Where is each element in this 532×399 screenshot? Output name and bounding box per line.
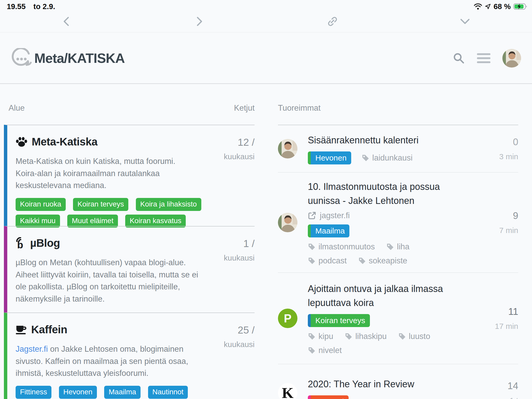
tag-chip[interactable]: Koiran ruoka <box>16 198 66 211</box>
battery-icon <box>513 3 528 10</box>
topic-author-avatar[interactable] <box>278 139 297 158</box>
tag-chip[interactable]: Nautinnot <box>148 386 188 399</box>
column-header-latest: Tuoreimmat <box>278 103 321 113</box>
topic-author-avatar[interactable]: P <box>278 309 297 328</box>
topic-meta: 11 17 min <box>484 306 518 331</box>
topic-author-avatar[interactable] <box>278 213 297 232</box>
reply-count: 11 <box>484 306 518 317</box>
topic-title[interactable]: 2020: The Year in Review <box>308 377 453 391</box>
column-header-area: Alue <box>9 103 25 113</box>
category-description: Meta-Katiska on kuin Katiska, mutta foor… <box>16 155 187 192</box>
topic-title[interactable]: 10. Ilmastonmuutosta ja possua uunissa -… <box>308 180 453 208</box>
topic-tag-list: kipu lihaskipu luusto nivelet <box>308 332 443 355</box>
badge-strip <box>308 224 311 237</box>
forward-icon[interactable] <box>195 16 203 28</box>
category-title[interactable]: Kaffein <box>31 323 67 336</box>
search-icon[interactable] <box>453 52 465 64</box>
wifi-icon <box>474 3 482 10</box>
topic-title[interactable]: Sisäänrakennettu kalenteri <box>308 133 453 147</box>
speech-bubble-icon <box>11 48 32 68</box>
category-badge[interactable]: Koiran terveys <box>308 314 370 327</box>
back-icon[interactable] <box>62 16 71 28</box>
topic-age: 3 min <box>484 152 518 161</box>
badge-strip <box>308 395 311 399</box>
category-badge[interactable]: Foorumi <box>308 395 349 399</box>
topic-meta: 0 3 min <box>484 137 518 161</box>
paw-icon <box>16 137 28 147</box>
category-title[interactable]: µBlog <box>30 237 60 249</box>
site-header: Meta/KATISKA <box>0 33 532 84</box>
topic-tag[interactable]: luusto <box>398 332 430 341</box>
reply-count: 9 <box>484 210 518 221</box>
category-monthly-count: 12 / kuukausi <box>224 137 255 161</box>
column-header-threads: Ketjut <box>234 103 255 113</box>
topic-row[interactable]: 10. Ilmastonmuutosta ja possua uunissa -… <box>278 172 518 273</box>
topic-age: 1 t <box>484 396 518 399</box>
category-list: Meta-Katiska 12 / kuukausi Meta-Katiska … <box>4 125 255 399</box>
tag-chip[interactable]: Maailma <box>104 386 141 399</box>
reply-count: 0 <box>484 137 518 148</box>
topic-row[interactable]: Sisäänrakennettu kalenteri Hevonen laidu… <box>278 125 518 172</box>
battery-percent: 68 % <box>494 2 511 11</box>
reply-count: 14 <box>484 381 518 391</box>
category-badge[interactable]: Hevonen <box>308 151 351 164</box>
tag-chip[interactable]: Muut eläimet <box>67 215 118 228</box>
category-ublog[interactable]: b µBlog 1 / kuukausi µBlog on Metan (koh… <box>4 226 255 312</box>
svg-text:b: b <box>17 240 23 249</box>
badge-strip <box>308 314 311 327</box>
topic-tag[interactable]: liha <box>386 242 409 251</box>
topic-title[interactable]: Ajoittain ontuva ja jalkaa ilmassa lepuu… <box>308 282 453 310</box>
tag-chip[interactable]: Kaikki muu <box>16 215 60 228</box>
category-title[interactable]: Meta-Katiska <box>32 136 97 148</box>
topic-tag[interactable]: kipu <box>308 332 333 341</box>
tag-chip[interactable]: Koiran terveys <box>73 198 128 211</box>
site-logo[interactable]: Meta/KATISKA <box>11 48 125 68</box>
chevron-down-icon[interactable] <box>460 18 470 26</box>
location-icon <box>485 3 491 10</box>
topic-tag[interactable]: podcast <box>308 256 347 265</box>
blog-icon: b <box>16 237 26 249</box>
tag-chip[interactable]: Koiran kasvatus <box>125 215 186 228</box>
category-badge[interactable]: Maailma <box>308 224 349 237</box>
badge-strip <box>308 151 311 164</box>
user-avatar[interactable] <box>502 49 521 68</box>
site-title: Meta/KATISKA <box>34 50 125 66</box>
category-description: Jagster.fi on Jakke Lehtosen oma, blogim… <box>16 343 203 380</box>
category-kaffein[interactable]: Kaffein 25 / kuukausi Jagster.fi on Jakk… <box>4 312 255 399</box>
category-tag-list: Fittiness Hevonen Maailma Nautinnot Luon… <box>16 386 223 399</box>
topic-meta: 14 1 t <box>484 381 518 399</box>
topic-meta: 9 7 min <box>484 210 518 235</box>
topic-row[interactable]: P Ajoittain ontuva ja jalkaa ilmassa lep… <box>278 273 518 364</box>
jagster-link[interactable]: Jagster.fi <box>16 344 48 354</box>
category-monthly-count: 1 / kuukausi <box>224 238 255 262</box>
topic-tag[interactable]: ilmastonmuutos <box>308 242 375 251</box>
date: to 2.9. <box>34 2 55 11</box>
status-bar: 19.55 to 2.9. 68 % <box>0 0 532 11</box>
hamburger-menu-icon[interactable] <box>477 53 490 63</box>
link-icon[interactable] <box>327 16 338 28</box>
latest-topic-list: Sisäänrakennettu kalenteri Hevonen laidu… <box>278 125 518 399</box>
category-meta-katiska[interactable]: Meta-Katiska 12 / kuukausi Meta-Katiska … <box>4 125 255 226</box>
external-link[interactable]: jagster.fi <box>308 211 484 220</box>
topic-tag[interactable]: lihaskipu <box>345 332 387 341</box>
external-link-icon <box>308 211 316 220</box>
clock: 19.55 <box>7 2 26 11</box>
topic-age: 17 min <box>484 322 518 331</box>
topic-row[interactable]: K 2020: The Year in Review Foorumi 14 1 … <box>278 364 518 399</box>
browser-toolbar <box>0 11 532 32</box>
tag-chip[interactable]: Koira ja lihaksisto <box>136 198 201 211</box>
topic-author-avatar[interactable]: K <box>278 383 297 399</box>
tag-chip[interactable]: Fittiness <box>16 386 51 399</box>
topic-tag[interactable]: sokeapiste <box>358 256 407 265</box>
coffee-icon <box>16 324 27 335</box>
topic-age: 7 min <box>484 226 518 235</box>
topic-tag[interactable]: laidunkausi <box>362 153 413 163</box>
category-monthly-count: 25 / kuukausi <box>224 324 255 349</box>
tag-chip[interactable]: Hevonen <box>59 386 97 399</box>
category-description: µBlog on Metan (kohtuullisen) vapaa blog… <box>16 257 208 305</box>
topic-tag[interactable]: nivelet <box>308 346 342 355</box>
topic-tag-list: ilmastonmuutos liha podcast sokeapiste <box>308 242 443 265</box>
